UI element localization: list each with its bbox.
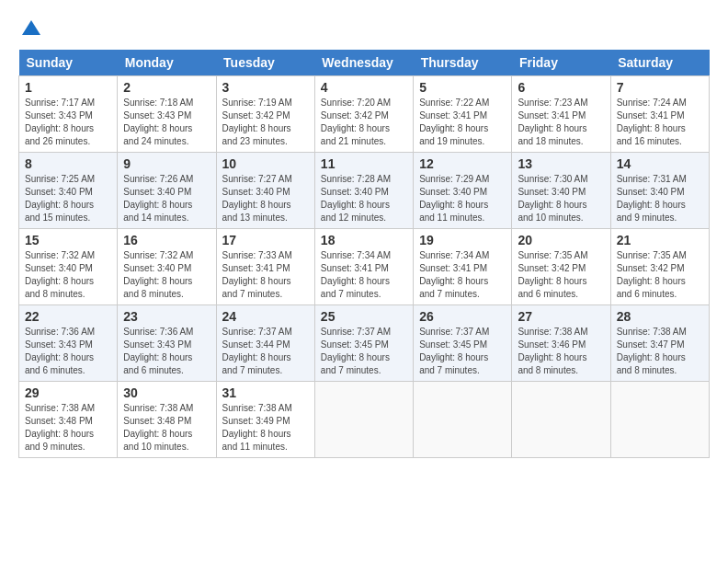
day-number: 18 bbox=[321, 233, 407, 247]
calendar-cell: 20Sunrise: 7:35 AMSunset: 3:42 PMDayligh… bbox=[512, 229, 610, 305]
day-number: 28 bbox=[617, 309, 703, 324]
day-number: 29 bbox=[25, 385, 111, 400]
day-info: Sunrise: 7:26 AMSunset: 3:40 PMDaylight:… bbox=[123, 173, 210, 224]
day-number: 15 bbox=[25, 233, 111, 247]
day-info: Sunrise: 7:34 AMSunset: 3:41 PMDaylight:… bbox=[321, 249, 407, 301]
day-number: 1 bbox=[25, 80, 111, 95]
page-header bbox=[18, 18, 710, 40]
calendar-cell: 7Sunrise: 7:24 AMSunset: 3:41 PMDaylight… bbox=[610, 76, 709, 153]
calendar-cell: 13Sunrise: 7:30 AMSunset: 3:40 PMDayligh… bbox=[512, 153, 610, 229]
calendar-week-row: 22Sunrise: 7:36 AMSunset: 3:43 PMDayligh… bbox=[19, 305, 710, 382]
day-info: Sunrise: 7:24 AMSunset: 3:41 PMDaylight:… bbox=[617, 97, 703, 148]
day-info: Sunrise: 7:37 AMSunset: 3:44 PMDaylight:… bbox=[222, 326, 309, 377]
header-friday: Friday bbox=[512, 50, 610, 76]
day-info: Sunrise: 7:27 AMSunset: 3:40 PMDaylight:… bbox=[222, 173, 309, 224]
day-number: 31 bbox=[222, 385, 309, 400]
day-info: Sunrise: 7:35 AMSunset: 3:42 PMDaylight:… bbox=[518, 249, 604, 301]
day-number: 22 bbox=[25, 309, 111, 324]
day-number: 24 bbox=[222, 309, 309, 324]
day-info: Sunrise: 7:35 AMSunset: 3:42 PMDaylight:… bbox=[617, 249, 703, 301]
header-saturday: Saturday bbox=[610, 50, 709, 76]
calendar-cell: 15Sunrise: 7:32 AMSunset: 3:40 PMDayligh… bbox=[19, 229, 118, 305]
calendar-cell: 10Sunrise: 7:27 AMSunset: 3:40 PMDayligh… bbox=[216, 153, 314, 229]
calendar-cell: 22Sunrise: 7:36 AMSunset: 3:43 PMDayligh… bbox=[19, 305, 118, 382]
day-info: Sunrise: 7:23 AMSunset: 3:41 PMDaylight:… bbox=[518, 97, 604, 148]
day-info: Sunrise: 7:38 AMSunset: 3:47 PMDaylight:… bbox=[617, 326, 703, 377]
calendar-week-row: 1Sunrise: 7:17 AMSunset: 3:43 PMDaylight… bbox=[19, 76, 710, 153]
day-number: 17 bbox=[222, 233, 309, 247]
calendar-cell: 5Sunrise: 7:22 AMSunset: 3:41 PMDaylight… bbox=[414, 76, 512, 153]
calendar-cell: 14Sunrise: 7:31 AMSunset: 3:40 PMDayligh… bbox=[610, 153, 709, 229]
header-sunday: Sunday bbox=[19, 50, 118, 76]
calendar-cell: 8Sunrise: 7:25 AMSunset: 3:40 PMDaylight… bbox=[19, 153, 118, 229]
day-info: Sunrise: 7:38 AMSunset: 3:46 PMDaylight:… bbox=[518, 326, 604, 377]
day-info: Sunrise: 7:19 AMSunset: 3:42 PMDaylight:… bbox=[222, 97, 309, 148]
day-info: Sunrise: 7:33 AMSunset: 3:41 PMDaylight:… bbox=[222, 249, 309, 301]
day-number: 14 bbox=[617, 156, 703, 171]
day-number: 6 bbox=[518, 80, 604, 95]
calendar-week-row: 29Sunrise: 7:38 AMSunset: 3:48 PMDayligh… bbox=[19, 382, 710, 458]
day-number: 26 bbox=[419, 309, 506, 324]
calendar-cell: 25Sunrise: 7:37 AMSunset: 3:45 PMDayligh… bbox=[314, 305, 413, 382]
day-info: Sunrise: 7:34 AMSunset: 3:41 PMDaylight:… bbox=[419, 249, 506, 301]
day-number: 12 bbox=[419, 156, 506, 171]
day-number: 11 bbox=[321, 156, 407, 171]
day-number: 30 bbox=[123, 385, 210, 400]
day-number: 23 bbox=[123, 309, 210, 324]
header-thursday: Thursday bbox=[414, 50, 512, 76]
day-number: 8 bbox=[25, 156, 111, 171]
calendar-cell: 27Sunrise: 7:38 AMSunset: 3:46 PMDayligh… bbox=[512, 305, 610, 382]
calendar-cell: 23Sunrise: 7:36 AMSunset: 3:43 PMDayligh… bbox=[118, 305, 216, 382]
calendar-cell: 1Sunrise: 7:17 AMSunset: 3:43 PMDaylight… bbox=[19, 76, 118, 153]
day-number: 10 bbox=[222, 156, 309, 171]
day-number: 16 bbox=[123, 233, 210, 247]
calendar-cell: 16Sunrise: 7:32 AMSunset: 3:40 PMDayligh… bbox=[118, 229, 216, 305]
day-info: Sunrise: 7:32 AMSunset: 3:40 PMDaylight:… bbox=[123, 249, 210, 301]
calendar-table: SundayMondayTuesdayWednesdayThursdayFrid… bbox=[18, 50, 710, 458]
day-info: Sunrise: 7:22 AMSunset: 3:41 PMDaylight:… bbox=[419, 97, 506, 148]
calendar-cell bbox=[414, 382, 512, 458]
day-info: Sunrise: 7:36 AMSunset: 3:43 PMDaylight:… bbox=[123, 326, 210, 377]
calendar-cell: 19Sunrise: 7:34 AMSunset: 3:41 PMDayligh… bbox=[414, 229, 512, 305]
calendar-cell: 12Sunrise: 7:29 AMSunset: 3:40 PMDayligh… bbox=[414, 153, 512, 229]
calendar-cell bbox=[314, 382, 413, 458]
day-number: 19 bbox=[419, 233, 506, 247]
calendar-cell: 9Sunrise: 7:26 AMSunset: 3:40 PMDaylight… bbox=[118, 153, 216, 229]
calendar-week-row: 8Sunrise: 7:25 AMSunset: 3:40 PMDaylight… bbox=[19, 153, 710, 229]
day-number: 5 bbox=[419, 80, 506, 95]
calendar-header-row: SundayMondayTuesdayWednesdayThursdayFrid… bbox=[19, 50, 710, 76]
calendar-cell: 29Sunrise: 7:38 AMSunset: 3:48 PMDayligh… bbox=[19, 382, 118, 458]
header-tuesday: Tuesday bbox=[216, 50, 314, 76]
calendar-cell: 30Sunrise: 7:38 AMSunset: 3:48 PMDayligh… bbox=[118, 382, 216, 458]
calendar-cell: 4Sunrise: 7:20 AMSunset: 3:42 PMDaylight… bbox=[314, 76, 413, 153]
day-info: Sunrise: 7:17 AMSunset: 3:43 PMDaylight:… bbox=[25, 97, 111, 148]
calendar-cell: 18Sunrise: 7:34 AMSunset: 3:41 PMDayligh… bbox=[314, 229, 413, 305]
day-number: 3 bbox=[222, 80, 309, 95]
calendar-cell: 17Sunrise: 7:33 AMSunset: 3:41 PMDayligh… bbox=[216, 229, 314, 305]
svg-marker-0 bbox=[22, 20, 40, 35]
day-info: Sunrise: 7:37 AMSunset: 3:45 PMDaylight:… bbox=[321, 326, 407, 377]
calendar-cell: 6Sunrise: 7:23 AMSunset: 3:41 PMDaylight… bbox=[512, 76, 610, 153]
calendar-week-row: 15Sunrise: 7:32 AMSunset: 3:40 PMDayligh… bbox=[19, 229, 710, 305]
day-info: Sunrise: 7:18 AMSunset: 3:43 PMDaylight:… bbox=[123, 97, 210, 148]
calendar-cell: 26Sunrise: 7:37 AMSunset: 3:45 PMDayligh… bbox=[414, 305, 512, 382]
day-number: 2 bbox=[123, 80, 210, 95]
day-info: Sunrise: 7:25 AMSunset: 3:40 PMDaylight:… bbox=[25, 173, 111, 224]
logo bbox=[18, 18, 42, 40]
calendar-cell bbox=[512, 382, 610, 458]
day-number: 25 bbox=[321, 309, 407, 324]
logo-icon bbox=[20, 18, 42, 40]
day-info: Sunrise: 7:30 AMSunset: 3:40 PMDaylight:… bbox=[518, 173, 604, 224]
day-info: Sunrise: 7:38 AMSunset: 3:49 PMDaylight:… bbox=[222, 402, 309, 454]
day-info: Sunrise: 7:31 AMSunset: 3:40 PMDaylight:… bbox=[617, 173, 703, 224]
calendar-cell: 3Sunrise: 7:19 AMSunset: 3:42 PMDaylight… bbox=[216, 76, 314, 153]
day-info: Sunrise: 7:28 AMSunset: 3:40 PMDaylight:… bbox=[321, 173, 407, 224]
day-number: 7 bbox=[617, 80, 703, 95]
calendar-cell: 24Sunrise: 7:37 AMSunset: 3:44 PMDayligh… bbox=[216, 305, 314, 382]
header-wednesday: Wednesday bbox=[314, 50, 413, 76]
day-info: Sunrise: 7:36 AMSunset: 3:43 PMDaylight:… bbox=[25, 326, 111, 377]
calendar-cell: 2Sunrise: 7:18 AMSunset: 3:43 PMDaylight… bbox=[118, 76, 216, 153]
day-number: 27 bbox=[518, 309, 604, 324]
calendar-cell bbox=[610, 382, 709, 458]
day-info: Sunrise: 7:32 AMSunset: 3:40 PMDaylight:… bbox=[25, 249, 111, 301]
